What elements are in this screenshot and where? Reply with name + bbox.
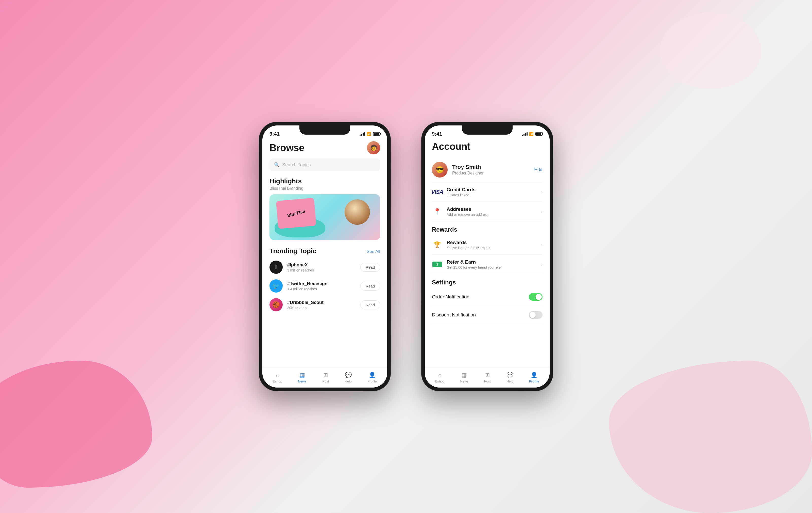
post-label-browse: Post (322, 379, 329, 383)
highlights-subtitle: BlissThai Branding (269, 186, 380, 191)
phones-container: 9:41 📶 Brow (259, 122, 553, 391)
setting-row-order: Order Notification (432, 288, 543, 306)
signal-bar-a3 (525, 133, 526, 136)
settings-section-header: Settings (432, 274, 543, 288)
addresses-content: Addresses Add or remove an address (446, 207, 537, 217)
signal-bar-1 (359, 135, 360, 136)
browse-title: Browse (269, 142, 304, 153)
nav-news-browse[interactable]: ▦ News (294, 370, 310, 385)
chevron-credit-cards: › (541, 189, 543, 195)
discount-notification-toggle[interactable] (529, 311, 543, 319)
bg-blob-left (0, 361, 152, 488)
topic-reach-dribbble: 20K reaches (287, 306, 356, 310)
topic-info-iphonex: #IphoneX 3 million reaches (287, 262, 356, 272)
eshop-label-account: Eshop (435, 379, 444, 383)
wifi-icon-account: 📶 (529, 132, 533, 136)
signal-bars-account (522, 132, 527, 136)
bliss-thai-text: BlissThai (287, 209, 306, 218)
read-btn-twitter[interactable]: Read (360, 281, 380, 291)
nav-post-account[interactable]: ⊞ Post (481, 370, 494, 385)
profile-label-browse: Profile (368, 379, 377, 383)
highlight-card[interactable]: BlissThai (269, 194, 380, 240)
nav-profile-account[interactable]: 👤 Profile (525, 370, 543, 385)
topic-reach-twitter: 1.4 million reaches (287, 287, 356, 291)
news-icon-browse: ▦ (300, 372, 305, 378)
edit-button[interactable]: Edit (534, 167, 543, 172)
wifi-icon-browse: 📶 (367, 132, 371, 136)
status-time-account: 9:41 (432, 131, 442, 137)
apple-icon:  (269, 261, 283, 274)
rewards-title: Rewards (446, 240, 537, 245)
signal-bar-a4 (526, 132, 527, 136)
toggle-knob-order (536, 294, 542, 300)
avatar-browse[interactable]: 🧑 (367, 141, 380, 155)
visa-icon: VISA (432, 188, 442, 195)
trending-header: Trending Topic See All (269, 247, 380, 256)
read-btn-dribbble[interactable]: Read (360, 300, 380, 309)
post-label-account: Post (484, 379, 491, 383)
credit-cards-content: Credit Cards 3 Cards linked (446, 187, 537, 197)
dribbble-icon: 🏀 (269, 298, 283, 312)
addresses-title: Addresses (446, 207, 537, 212)
coconut-shape (345, 199, 370, 225)
read-btn-iphonex[interactable]: Read (360, 263, 380, 272)
status-icons-account: 📶 (522, 132, 543, 136)
nav-post-browse[interactable]: ⊞ Post (319, 370, 332, 385)
topic-info-dribbble: #Dribbble_Scout 20K reaches (287, 300, 356, 310)
list-item-rewards[interactable]: 🏆 Rewards You've Earned 8,876 Points › (432, 235, 543, 255)
phone-account: 9:41 📶 Account (421, 122, 553, 391)
nav-profile-browse[interactable]: 👤 Profile (364, 370, 380, 385)
credit-cards-sub: 3 Cards linked (446, 193, 537, 197)
profile-icon-account: 👤 (530, 372, 538, 378)
nav-help-browse[interactable]: 💬 Help (341, 370, 355, 385)
topic-name-iphonex: #IphoneX (287, 262, 356, 268)
phone-browse-inner: 9:41 📶 Brow (262, 126, 387, 387)
status-icons-browse: 📶 (359, 132, 380, 136)
refer-icon: $ (432, 261, 442, 268)
see-all-btn[interactable]: See All (367, 249, 380, 254)
toggle-knob-discount (529, 312, 536, 318)
rewards-content: Rewards You've Earned 8,876 Points (446, 240, 537, 250)
battery-icon-account (535, 132, 543, 136)
nav-help-account[interactable]: 💬 Help (503, 370, 517, 385)
refer-content: Refer & Earn Get $5.00 for every friend … (446, 259, 537, 269)
profile-avatar: 😎 (432, 162, 447, 178)
post-icon-account: ⊞ (485, 372, 490, 378)
signal-bar-a2 (523, 134, 524, 136)
post-icon-browse: ⊞ (323, 372, 328, 378)
help-label-account: Help (506, 379, 513, 383)
topic-reach-iphonex: 3 million reaches (287, 268, 356, 272)
bg-blob-top-right (660, 13, 761, 89)
news-label-browse: News (298, 379, 307, 383)
discount-notification-label: Discount Notification (432, 312, 476, 318)
setting-row-discount: Discount Notification (432, 306, 543, 324)
chevron-rewards: › (541, 242, 543, 248)
nav-eshop-browse[interactable]: ⌂ Eshop (269, 370, 286, 385)
profile-name: Troy Smith (452, 164, 529, 170)
help-icon-browse: 💬 (345, 372, 352, 378)
phone-browse: 9:41 📶 Brow (259, 122, 391, 391)
highlights-title: Highlights (269, 177, 380, 185)
phone-account-inner: 9:41 📶 Account (425, 126, 550, 387)
trending-title: Trending Topic (269, 247, 316, 255)
credit-cards-title: Credit Cards (446, 187, 537, 192)
nav-news-account[interactable]: ▦ News (457, 370, 472, 385)
list-item-addresses[interactable]: 📍 Addresses Add or remove an address › (432, 202, 543, 221)
eshop-label-browse: Eshop (273, 379, 282, 383)
status-time-browse: 9:41 (269, 131, 280, 137)
nav-eshop-account[interactable]: ⌂ Eshop (432, 370, 448, 385)
pin-icon: 📍 (432, 208, 442, 215)
help-icon-account: 💬 (506, 372, 513, 378)
highlights-section: Highlights BlissThai Branding BlissThai (269, 177, 380, 240)
list-item-refer[interactable]: $ Refer & Earn Get $5.00 for every frien… (432, 255, 543, 274)
list-item-credit-cards[interactable]: VISA Credit Cards 3 Cards linked › (432, 182, 543, 202)
profile-info: Troy Smith Product Designer (452, 164, 529, 176)
search-bar[interactable]: 🔍 Search Topics (269, 159, 380, 171)
profile-label-account: Profile (529, 379, 539, 383)
account-content: Account 😎 Troy Smith Product Designer Ed… (425, 139, 550, 367)
order-notification-toggle[interactable] (529, 293, 543, 301)
refer-title: Refer & Earn (446, 259, 537, 265)
signal-bar-4 (364, 132, 365, 136)
rewards-section-header: Rewards (432, 221, 543, 235)
profile-icon-browse: 👤 (369, 372, 376, 378)
